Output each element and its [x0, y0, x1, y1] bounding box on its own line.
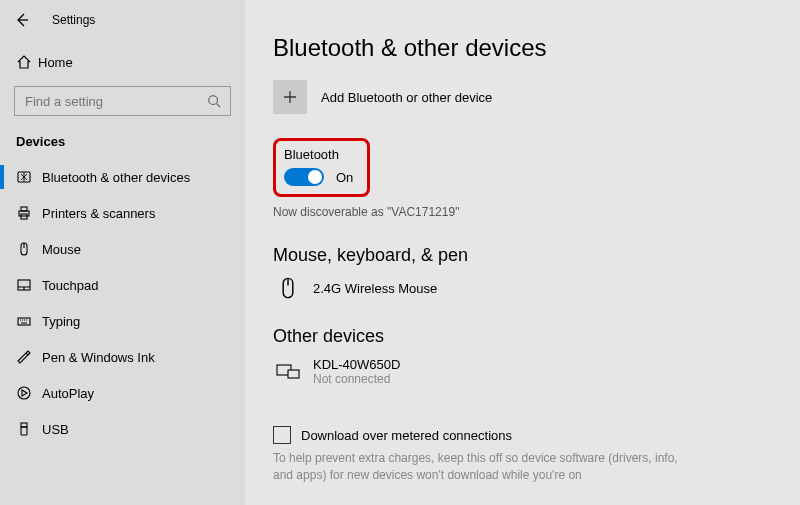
- nav-pen[interactable]: Pen & Windows Ink: [0, 339, 245, 375]
- add-device-label: Add Bluetooth or other device: [321, 90, 492, 105]
- nav-label: Touchpad: [42, 278, 98, 293]
- add-device-button[interactable]: Add Bluetooth or other device: [273, 80, 780, 114]
- nav-label: Printers & scanners: [42, 206, 155, 221]
- printer-icon: [16, 205, 42, 221]
- search-wrap: [0, 78, 245, 116]
- nav-label: Mouse: [42, 242, 81, 257]
- nav-mouse[interactable]: Mouse: [0, 231, 245, 267]
- bluetooth-label: Bluetooth: [284, 147, 353, 162]
- bluetooth-highlight: Bluetooth On: [273, 138, 370, 197]
- nav-printers[interactable]: Printers & scanners: [0, 195, 245, 231]
- nav-label: Typing: [42, 314, 80, 329]
- device-name: 2.4G Wireless Mouse: [313, 281, 437, 296]
- autoplay-icon: [16, 385, 42, 401]
- svg-point-8: [18, 387, 30, 399]
- back-button[interactable]: [14, 12, 32, 28]
- device-mouse[interactable]: 2.4G Wireless Mouse: [273, 276, 780, 300]
- page-title: Bluetooth & other devices: [273, 34, 780, 62]
- sidebar: Settings Home Devices Bluetooth & other …: [0, 0, 245, 505]
- nav-autoplay[interactable]: AutoPlay: [0, 375, 245, 411]
- discoverable-text: Now discoverable as "VAC171219": [273, 205, 780, 219]
- nav-typing[interactable]: Typing: [0, 303, 245, 339]
- mouse-icon: [16, 241, 42, 257]
- arrow-left-icon: [14, 12, 30, 28]
- home-label: Home: [38, 55, 73, 70]
- metered-label: Download over metered connections: [301, 428, 512, 443]
- section-other-title: Other devices: [273, 326, 780, 347]
- nav-usb[interactable]: USB: [0, 411, 245, 447]
- bluetooth-toggle[interactable]: [284, 168, 324, 186]
- svg-rect-3: [21, 207, 27, 211]
- nav-label: USB: [42, 422, 69, 437]
- section-mouse-title: Mouse, keyboard, & pen: [273, 245, 780, 266]
- svg-rect-9: [21, 423, 27, 427]
- nav-touchpad[interactable]: Touchpad: [0, 267, 245, 303]
- metered-help: To help prevent extra charges, keep this…: [273, 450, 683, 484]
- bluetooth-state: On: [336, 170, 353, 185]
- keyboard-icon: [16, 313, 42, 329]
- search-input[interactable]: [14, 86, 231, 116]
- svg-rect-7: [18, 318, 30, 325]
- nav-label: Pen & Windows Ink: [42, 350, 155, 365]
- category-label: Devices: [0, 116, 245, 159]
- svg-rect-10: [21, 427, 27, 435]
- screen-device-icon: [273, 362, 303, 382]
- header: Settings: [0, 0, 245, 40]
- nav-label: AutoPlay: [42, 386, 94, 401]
- device-status: Not connected: [313, 372, 400, 386]
- main: Bluetooth & other devices Add Bluetooth …: [245, 0, 800, 505]
- nav-bluetooth[interactable]: Bluetooth & other devices: [0, 159, 245, 195]
- metered-checkbox[interactable]: [273, 426, 291, 444]
- toggle-knob: [308, 170, 322, 184]
- app-title: Settings: [52, 13, 95, 27]
- home-button[interactable]: Home: [0, 46, 245, 78]
- search-icon: [207, 94, 221, 108]
- svg-rect-13: [288, 370, 299, 378]
- plus-icon: [273, 80, 307, 114]
- device-name: KDL-40W650D: [313, 357, 400, 372]
- pen-icon: [16, 349, 42, 365]
- touchpad-icon: [16, 277, 42, 293]
- home-icon: [16, 54, 38, 70]
- nav-label: Bluetooth & other devices: [42, 170, 190, 185]
- usb-icon: [16, 421, 42, 437]
- svg-point-0: [209, 96, 218, 105]
- device-other[interactable]: KDL-40W650D Not connected: [273, 357, 780, 386]
- mouse-device-icon: [273, 276, 303, 300]
- bluetooth-icon: [16, 169, 42, 185]
